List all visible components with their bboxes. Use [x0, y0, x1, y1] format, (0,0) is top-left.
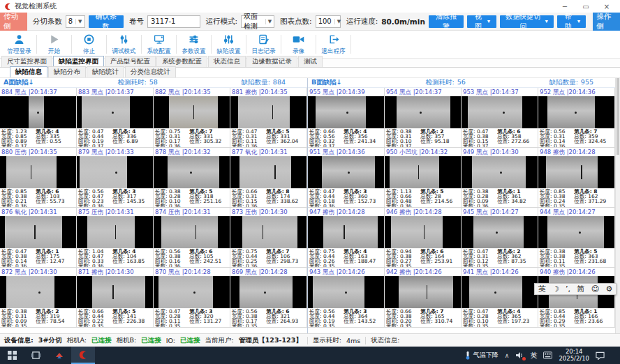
defect-cell[interactable]: 953 黑点 |20:14:37长度: 0.47宽度: 0.38面积: 0.15…	[462, 88, 538, 148]
defect-cell[interactable]: 949 黑点 |20:14:30长度: 0.38宽度: 0.28面积: 0.09…	[462, 148, 538, 208]
tab-product-config[interactable]: 产品型号配置	[105, 56, 156, 67]
defect-cell[interactable]: 872 黑点 |20:14:30长度: 0.38宽度: 0.31面积: 0.09…	[0, 268, 77, 328]
clear-alarm-button[interactable]: 清除报警	[429, 15, 464, 28]
ime-simplified-toggle[interactable]: 简	[577, 284, 584, 294]
subtab-defect-dist[interactable]: 缺陷分布	[48, 66, 86, 77]
defect-cell[interactable]: 947 擦伤 |20:14:28长度: 0.75宽度: 0.44面积: 0.26…	[308, 208, 385, 268]
tab-edge-records[interactable]: 边缘数据记录	[246, 56, 297, 67]
run-mode-select[interactable]: 双面检测▼	[241, 15, 274, 28]
subtab-defect-stats[interactable]: 缺陷统计	[87, 66, 124, 77]
defect-mark	[193, 291, 195, 294]
ime-emoji-icon[interactable]: ☺	[591, 285, 599, 294]
weather-widget[interactable]: 气温下降	[465, 351, 499, 360]
defect-cell[interactable]: 955 黑点 |20:14:39长度: 0.66宽度: 0.56面积: 0.32…	[308, 88, 385, 148]
vertical-scrollbar[interactable]	[615, 78, 620, 333]
slit-count-select[interactable]: 8▼	[66, 15, 85, 28]
meta-pos: 位置: 0.55	[36, 139, 61, 144]
ime-fullhalf-moon-icon[interactable]: ☽	[552, 285, 559, 294]
action-center-icon[interactable]	[596, 351, 605, 360]
clock[interactable]: 20:14 2025/2/10	[559, 349, 589, 363]
defect-metadata: 长度: 0.56宽度: 0.31面积: 0.14米数: 0.36第几条: 7总数…	[538, 128, 614, 148]
defect-cell[interactable]: 880 压伤 |20:14:35长度: 0.85宽度: 0.38面积: 0.21…	[0, 148, 77, 208]
toolbar-start-button[interactable]: 开始	[38, 31, 71, 58]
defect-mark	[503, 112, 505, 114]
defect-metadata: 长度: 0.38宽度: 0.31面积: 0.09米数: 0.35第几条: 2总数…	[0, 308, 76, 328]
maximize-button[interactable]: ▭	[577, 1, 595, 11]
toolbar-exit-button[interactable]: 退出程序	[317, 31, 350, 58]
defect-cell[interactable]: 946 擦伤 |20:14:28长度: 0.94宽度: 0.38面积: 0.27…	[385, 208, 462, 268]
defect-cell[interactable]: 871 擦伤 |20:14:30长度: 0.66宽度: 0.44面积: 0.22…	[77, 268, 154, 328]
subtab-defect-info[interactable]: 缺陷信息	[10, 66, 47, 77]
defect-cell[interactable]: 943 黑点 |20:14:26长度: 0.56宽度: 0.44面积: 0.19…	[308, 268, 385, 328]
defect-cell[interactable]: 873 压伤 |20:14:30长度: 0.75宽度: 0.44面积: 0.25…	[230, 208, 307, 268]
language-indicator[interactable]: 英	[530, 351, 537, 361]
toolbar-login-button[interactable]: 管理登录	[3, 31, 36, 58]
ime-punctuation-toggle[interactable]: ’,	[566, 285, 570, 294]
operator-side-button[interactable]: 操作侧	[593, 13, 620, 31]
subtab-class-stats[interactable]: 分类信息统计	[125, 66, 176, 77]
defect-mark	[346, 112, 348, 114]
tray-expand-caret[interactable]: ∧	[505, 352, 510, 359]
ime-lang-toggle[interactable]: 英	[538, 284, 546, 294]
defect-cell-header: 954 黑点 |20:14:37	[385, 88, 461, 96]
task-view-button[interactable]	[24, 347, 47, 364]
tab-system-params[interactable]: 系统参数配置	[156, 56, 207, 67]
volume-button[interactable]	[515, 351, 524, 359]
defect-cell[interactable]: 869 黑点 |20:14:28长度: 0.56宽度: 0.38面积: 0.17…	[230, 268, 307, 328]
defect-cell[interactable]: 876 氧化 |20:14:31长度: 0.47宽度: 0.38面积: 0.14…	[0, 208, 77, 268]
start-button[interactable]	[0, 347, 24, 364]
defect-cell[interactable]: 870 黑点 |20:14:28长度: 0.47宽度: 0.28面积: 0.11…	[154, 268, 230, 328]
defect-metadata: 长度: 0.47宽度: 0.38面积: 0.15米数: 0.37第几条: 6总数…	[462, 128, 538, 148]
defect-cell[interactable]: 954 黑点 |20:14:37长度: 0.38宽度: 0.31面积: 0.10…	[385, 88, 462, 148]
active-app-button[interactable]	[71, 347, 95, 364]
tab-defect-monitor[interactable]: 缺陷监控界面	[53, 56, 104, 67]
toolbar-sysconfig-button[interactable]: 系统配置	[142, 31, 175, 58]
defect-cell[interactable]: 874 压伤 |20:14:31长度: 0.56宽度: 0.38面积: 0.16…	[154, 208, 230, 268]
defect-cell[interactable]: 944 黑点 |20:14:27长度: 0.38宽度: 0.38面积: 0.11…	[538, 208, 615, 268]
defect-cell[interactable]: 875 压伤 |20:14:31长度: 1.04宽度: 0.47面积: 0.33…	[77, 208, 154, 268]
defect-cell[interactable]: 948 擦伤 |20:14:28长度: 0.85宽度: 0.38面积: 0.24…	[538, 148, 615, 208]
keyboard-icon[interactable]	[543, 351, 552, 359]
defect-cell[interactable]: 941 黑点 |20:14:26长度: 0.47宽度: 0.28面积: 0.10…	[462, 268, 538, 328]
defect-cell[interactable]: 883 黑点 |20:14:37长度: 0.47宽度: 0.44面积: 0.19…	[77, 88, 154, 148]
defect-cell[interactable]: 877 氧化 |20:14:31长度: 0.66宽度: 0.31面积: 0.15…	[230, 148, 307, 208]
defect-mark	[418, 165, 420, 179]
toolbar-defectset-button[interactable]: 缺陷设置	[212, 31, 245, 58]
toolbar-stop-button[interactable]: 停止	[73, 31, 105, 58]
defect-mark	[31, 165, 32, 179]
defect-cell[interactable]: 942 擦伤 |20:14:26长度: 0.66宽度: 0.38面积: 0.20…	[385, 268, 462, 328]
toolbar-debug-button[interactable]: 调试模式	[108, 31, 140, 58]
defect-cell[interactable]: 878 黑点 |20:14:32长度: 0.38宽度: 0.28面积: 0.10…	[154, 148, 230, 208]
view-menu-button[interactable]: 视图▼	[467, 15, 496, 28]
data-quick-access-button[interactable]: 数据快捷访问▼	[500, 15, 554, 28]
roll-number-input[interactable]: 3117-1	[147, 15, 200, 28]
defect-cell[interactable]: 881 擦伤 |20:14:35长度: 0.47宽度: 0.31面积: 0.11…	[230, 88, 307, 148]
defect-cell[interactable]: 952 黑点 |20:14:36长度: 0.56宽度: 0.31面积: 0.14…	[538, 88, 615, 148]
toolbar-params-button[interactable]: 参数设置	[177, 31, 210, 58]
defect-mark	[424, 225, 425, 238]
defect-cell[interactable]: 879 黑点 |20:14:33长度: 0.56宽度: 0.47面积: 0.23…	[77, 148, 154, 208]
material-strip	[546, 156, 598, 188]
panel-title: A面缺陷↓	[3, 78, 34, 87]
pinned-app-button[interactable]	[47, 347, 71, 364]
defect-cell[interactable]: 882 黑点 |20:14:35长度: 0.75宽度: 0.31面积: 0.17…	[154, 88, 230, 148]
defect-cell[interactable]: 950 小凹坑 |20:14:32长度: 1.13宽度: 0.66面积: 0.4…	[385, 148, 462, 208]
toolbar-log-button[interactable]: 日志记录	[247, 31, 280, 58]
tab-status-info[interactable]: 状态信息	[208, 56, 246, 67]
drive-side-button[interactable]: 传动侧	[0, 13, 27, 31]
close-button[interactable]: ×	[598, 1, 616, 11]
confirm-slit-button[interactable]: 确认条数	[89, 15, 124, 28]
ime-settings-gear-icon[interactable]: ⚙	[605, 285, 612, 294]
toolbar-item-label: 缺陷设置	[217, 47, 241, 56]
tab-test[interactable]: 测试	[298, 56, 323, 67]
scrollbar-thumb[interactable]	[617, 78, 619, 155]
toolbar-record-button[interactable]: 录像	[282, 31, 315, 58]
defect-cell[interactable]: 884 黑点 |20:14:37长度: 1.23宽度: 0.85面积: 0.89…	[0, 88, 77, 148]
tab-size-monitor[interactable]: 尺寸监控界面	[1, 56, 52, 67]
defect-cell[interactable]: 951 黑点 |20:14:36长度: 0.47宽度: 0.44面积: 0.18…	[308, 148, 385, 208]
defect-cell[interactable]: 945 黑点 |20:14:27长度: 0.47宽度: 0.31面积: 0.12…	[462, 208, 538, 268]
chart-points-select[interactable]: 100▼	[316, 15, 341, 28]
defect-cell[interactable]: 940 擦伤 |20:14:26长度: 0.85宽度: 0.44面积: 0.29…	[538, 268, 615, 328]
minimize-button[interactable]: −	[556, 1, 574, 11]
help-menu-button[interactable]: 帮助▼	[557, 15, 586, 28]
